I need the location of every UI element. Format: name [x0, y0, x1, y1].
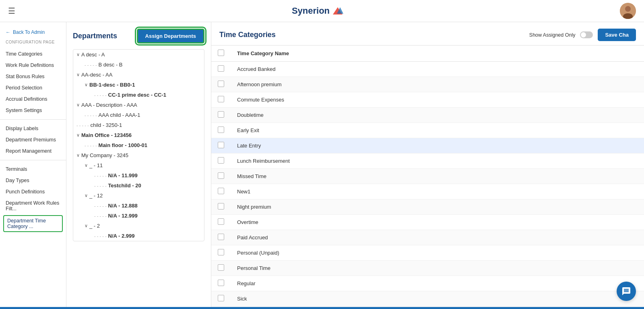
row-checkbox-cell	[211, 123, 231, 138]
avatar[interactable]	[620, 3, 636, 19]
sidebar-item-dept-time-category[interactable]: Department Time Category ...	[3, 215, 63, 232]
row-checkbox-personal-unpaid[interactable]	[218, 249, 224, 255]
tree-item[interactable]: - - - - -N/A - 12.999	[73, 211, 204, 221]
tree-item[interactable]: ∨_ - 12	[73, 191, 204, 201]
table-row: Doubletime	[211, 108, 644, 123]
sidebar-item-work-rule-definitions[interactable]: Work Rule Definitions	[0, 60, 66, 71]
row-checkbox-overtime[interactable]	[218, 218, 224, 225]
sidebar-item-department-premiums[interactable]: Department Premiums	[0, 134, 66, 145]
show-assigned-toggle[interactable]	[580, 31, 593, 38]
row-checkbox-cell	[211, 138, 231, 153]
tree-dash-icon: - - - - -	[94, 234, 107, 238]
row-checkbox-early-exit[interactable]	[218, 127, 224, 133]
tree-item[interactable]: ∨BB-1-desc - BB0-1	[73, 80, 204, 90]
tree-toggle-icon[interactable]: ∨	[85, 223, 88, 228]
tree-item[interactable]: ∨Main Office - 123456	[73, 130, 204, 140]
tree-dash-icon: - - - - -	[94, 93, 107, 97]
tree-item[interactable]: ∨_ - 11	[73, 160, 204, 170]
tree-item[interactable]: ∨A desc - A	[73, 50, 204, 60]
sidebar-item-system-settings[interactable]: System Settings	[0, 105, 66, 116]
logo-text: Synerion	[292, 6, 330, 16]
row-checkbox-paid-accrued[interactable]	[218, 234, 224, 240]
sidebar-item-report-management[interactable]: Report Management	[0, 145, 66, 157]
tree-dash-icon: - - - - -	[94, 214, 107, 218]
row-label-accrued-banked: Accrued Banked	[231, 62, 644, 77]
sidebar-item-time-categories[interactable]: Time Categories	[0, 48, 66, 60]
row-checkbox-commute-expenses[interactable]	[218, 96, 224, 102]
sidebar-item-punch-definitions[interactable]: Punch Definitions	[0, 186, 66, 197]
row-checkbox-cell	[211, 108, 231, 123]
tree-dash-icon: - - - - -	[94, 173, 107, 178]
row-checkbox-late-entry[interactable]	[218, 142, 224, 148]
header-checkbox-cell	[211, 46, 231, 62]
row-label-late-entry: Late Entry	[231, 138, 644, 153]
row-checkbox-afternoon-premium[interactable]	[218, 81, 224, 87]
row-checkbox-doubletime[interactable]	[218, 111, 224, 118]
sidebar-item-period-selection[interactable]: Period Selection	[0, 82, 66, 93]
assign-departments-button[interactable]: Assign Departments	[137, 29, 204, 44]
tree-item[interactable]: - - - - -B desc - B	[73, 60, 204, 70]
sidebar-item-day-types[interactable]: Day Types	[0, 175, 66, 186]
time-categories-panel: Time Categories Show Assigned Only Save …	[211, 22, 644, 309]
sidebar-item-stat-bonus-rules[interactable]: Stat Bonus Rules	[0, 71, 66, 82]
tree-label: AA-desc - AA	[81, 72, 112, 78]
row-label-sick: Sick	[231, 291, 644, 307]
tree-label: Main floor - 1000-01	[99, 142, 147, 148]
row-label-doubletime: Doubletime	[231, 108, 644, 123]
tree-label: Testchild - 20	[108, 182, 141, 189]
sidebar-item-display-labels[interactable]: Display Labels	[0, 123, 66, 134]
row-checkbox-cell	[211, 169, 231, 184]
row-checkbox-sick[interactable]	[218, 295, 224, 301]
tree-toggle-icon[interactable]: ∨	[85, 193, 88, 198]
row-label-lunch-reimbursement: Lunch Reimbursement	[231, 153, 644, 169]
tree-item[interactable]: - - - - -N/A - 11.999	[73, 170, 204, 180]
tree-item[interactable]: - - - - -AAA child - AAA-1	[73, 110, 204, 120]
row-label-commute-expenses: Commute Expenses	[231, 92, 644, 108]
row-label-personal-unpaid: Personal (Unpaid)	[231, 245, 644, 261]
tree-item[interactable]: - - - - -CC-1 prime desc - CC-1	[73, 90, 204, 100]
chat-button[interactable]	[617, 282, 636, 301]
tree-toggle-icon[interactable]: ∨	[76, 102, 80, 108]
row-checkbox-missed-time[interactable]	[218, 172, 224, 179]
tree-item[interactable]: ∨My Company - 3245	[73, 150, 204, 160]
tree-toggle-icon[interactable]: ∨	[76, 153, 80, 158]
tree-label: child - 3250-1	[91, 122, 122, 128]
table-row: Personal (Unpaid)	[211, 245, 644, 261]
tree-label: _ - 11	[89, 162, 103, 168]
table-row: Afternoon premium	[211, 77, 644, 92]
row-checkbox-accrued-banked[interactable]	[218, 65, 224, 72]
tree-toggle-icon[interactable]: ∨	[76, 72, 80, 77]
tree-item[interactable]: - - - - -Testchild - 20	[73, 180, 204, 191]
tree-dash-icon: - - - - -	[85, 62, 97, 67]
hamburger-icon[interactable]: ☰	[8, 6, 15, 16]
config-label: CONFIGURATION PAGE	[0, 39, 66, 48]
tree-item[interactable]: ∨_ - 2	[73, 221, 204, 231]
tree-item[interactable]: ∨AA-desc - AA	[73, 70, 204, 80]
save-changes-button[interactable]: Save Cha	[598, 29, 636, 41]
tree-item[interactable]: - - - - -child - 3250-1	[73, 120, 204, 130]
row-checkbox-cell	[211, 184, 231, 199]
tree-item[interactable]: - - - - -Main floor - 1000-01	[73, 140, 204, 150]
back-to-admin[interactable]: ← Back To Admin	[0, 27, 66, 39]
row-checkbox-regular[interactable]	[218, 280, 224, 286]
row-checkbox-personal-time[interactable]	[218, 264, 224, 271]
sidebar-item-accrual-definitions[interactable]: Accrual Definitions	[0, 93, 66, 105]
tree-toggle-icon[interactable]: ∨	[76, 133, 80, 138]
tree-toggle-icon[interactable]: ∨	[85, 163, 88, 168]
tree-item[interactable]: - - - - -N/A - 12.888	[73, 201, 204, 211]
tree-item[interactable]: - - - - -N/A - 2.999	[73, 231, 204, 241]
row-checkbox-night-premium[interactable]	[218, 203, 224, 209]
row-checkbox-new1[interactable]	[218, 188, 224, 194]
select-all-checkbox[interactable]	[218, 50, 224, 56]
table-row: Missed Time	[211, 169, 644, 184]
tree-toggle-icon[interactable]: ∨	[85, 82, 88, 87]
tree-label: _ - 2	[89, 223, 100, 229]
sidebar-item-dept-work-rules[interactable]: Department Work Rules Filt...	[0, 197, 66, 214]
tree-item[interactable]: ∨AAA - Description - AAA	[73, 100, 204, 110]
row-checkbox-cell	[211, 153, 231, 169]
sidebar-item-terminals[interactable]: Terminals	[0, 164, 66, 175]
row-checkbox-cell	[211, 77, 231, 92]
tree-toggle-icon[interactable]: ∨	[76, 52, 80, 57]
row-checkbox-lunch-reimbursement[interactable]	[218, 157, 224, 164]
tree-label: Main Office - 123456	[81, 132, 132, 138]
